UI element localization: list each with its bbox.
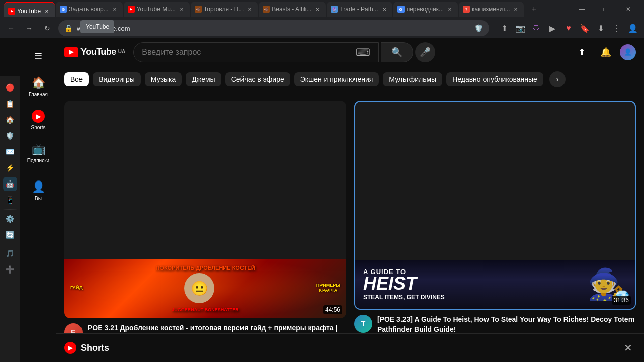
- yt-logo-country: UA: [118, 49, 125, 54]
- yt-header: YouTube UA ⌨ 🔍 🎤: [56, 38, 644, 66]
- ext-icon-ai[interactable]: 🤖: [3, 177, 17, 191]
- filter-all[interactable]: Все: [64, 72, 89, 86]
- tab-perevodchik[interactable]: переводчик... ✕: [393, 2, 458, 17]
- tab-zadanie[interactable]: Задать вопр... ✕: [56, 2, 123, 17]
- sidebar-item-subscriptions[interactable]: 📺 Подписки: [21, 137, 55, 170]
- ext-icon-music[interactable]: 🎵: [3, 246, 17, 260]
- filter-videogames[interactable]: Видеоигры: [93, 72, 141, 86]
- refresh-button[interactable]: ↻: [40, 21, 54, 35]
- heart-icon[interactable]: ♥: [561, 21, 576, 35]
- search-button[interactable]: 🔍: [381, 42, 413, 62]
- tab-close-trade[interactable]: ✕: [380, 5, 388, 13]
- youtube-app: ☰ 🏠 Главная ▶ Shorts 📺 Подписки 👤 Вы: [20, 38, 644, 362]
- filter-cartoons[interactable]: Мультфильмы: [383, 72, 442, 86]
- sidebar-item-subscriptions-label: Подписки: [27, 158, 49, 164]
- filter-recently[interactable]: Недавно опубликованные: [446, 72, 543, 86]
- yt-main: YouTube UA ⌨ 🔍 🎤: [56, 38, 644, 362]
- tab-favicon-torgovlya: [195, 6, 202, 13]
- video-details-heist: [POE 3.23] A Guide To Heist, How To Stea…: [377, 315, 636, 333]
- channel-avatar-travic[interactable]: T: [354, 315, 372, 333]
- address-bar[interactable]: 🔒 www.youtube.com 🛡️: [58, 20, 489, 36]
- sidebar-item-you-label: Вы: [35, 196, 42, 202]
- minimize-button[interactable]: —: [571, 0, 594, 18]
- close-window-button[interactable]: ✕: [617, 0, 640, 18]
- thumb-crafting-ru: КРАФТА: [316, 288, 340, 293]
- ext-icon-history[interactable]: 📋: [3, 97, 17, 111]
- filter-live[interactable]: Сейчас в эфире: [225, 72, 290, 86]
- tab-beasts[interactable]: Beasts - Affili... ✕: [259, 2, 326, 17]
- filter-music[interactable]: Музыка: [145, 72, 182, 86]
- forward-button[interactable]: →: [22, 21, 36, 35]
- maximize-button[interactable]: □: [594, 0, 617, 18]
- upload-button[interactable]: ⬆: [572, 42, 592, 62]
- tab-trade[interactable]: Trade - Path... ✕: [327, 2, 392, 17]
- tab-favicon-trade: [331, 6, 338, 13]
- tab-torgovlya[interactable]: Торговля - П... ✕: [191, 2, 258, 17]
- ext-icon-alarm[interactable]: 🔴: [3, 80, 17, 95]
- tab-label-perevodchik: переводчик...: [407, 6, 444, 13]
- keyboard-icon[interactable]: ⌨: [356, 46, 370, 58]
- tab-close-zadanie[interactable]: ✕: [111, 5, 119, 13]
- ext-icon-home[interactable]: 🏠: [3, 113, 17, 127]
- play-toolbar-icon[interactable]: ▶: [545, 21, 559, 35]
- tab-close-perevodchik[interactable]: ✕: [446, 5, 454, 13]
- yt-sidebar: ☰ 🏠 Главная ▶ Shorts 📺 Подписки 👤 Вы: [20, 38, 56, 362]
- shorts-close-button[interactable]: ✕: [620, 340, 636, 356]
- heist-main-text: HEIST: [363, 276, 445, 292]
- ext-icon-sync[interactable]: 🔄: [3, 228, 17, 242]
- ext-icon-lightning[interactable]: ⚡: [3, 161, 17, 175]
- share-icon[interactable]: ⬆: [497, 21, 511, 35]
- profile-icon[interactable]: 👤: [626, 21, 640, 35]
- ext-icon-add[interactable]: ➕: [3, 262, 17, 277]
- back-button[interactable]: ←: [4, 21, 18, 35]
- tab-close-ytmusic[interactable]: ✕: [178, 5, 186, 13]
- tab-favicon-perevodchik: [397, 6, 405, 13]
- tab-close-torgovlya[interactable]: ✕: [246, 5, 254, 13]
- ext-icon-mobile[interactable]: 📱: [3, 193, 17, 207]
- yt-search-bar[interactable]: ⌨: [133, 42, 379, 62]
- mic-button[interactable]: 🎤: [415, 42, 435, 62]
- subscriptions-icon: 📺: [32, 143, 45, 156]
- ext-icon-settings[interactable]: ⚙️: [3, 212, 17, 226]
- video-card-heist[interactable]: A GUIDE TO HEIST STEAL ITEMS, GET DIVINE…: [354, 101, 636, 333]
- new-tab-button[interactable]: +: [527, 2, 541, 16]
- mic-icon: 🎤: [420, 47, 431, 58]
- video-details-boneshatter: POE 3.21 Дробление костей - итоговая вер…: [88, 323, 346, 333]
- shield-icon: 🛡️: [474, 24, 483, 32]
- filter-gems[interactable]: Джемы: [186, 72, 221, 86]
- bookmark-icon[interactable]: 🔖: [578, 21, 592, 35]
- tab-close-kak-izmenit[interactable]: ✕: [512, 5, 520, 13]
- sidebar-menu-button[interactable]: ☰: [28, 46, 48, 66]
- filter-arrow-button[interactable]: ›: [549, 71, 566, 87]
- toolbar-icons: ⬆ 📷 🛡 ▶ ♥ 🔖 ⬇ ⋮ 👤: [497, 21, 640, 35]
- shield-toolbar-icon[interactable]: 🛡: [529, 21, 543, 35]
- ext-icon-mail[interactable]: ✉️: [3, 145, 17, 159]
- channel-avatar-ergrin[interactable]: E: [64, 323, 83, 333]
- tab-close-youtube[interactable]: ✕: [43, 7, 51, 15]
- sidebar-item-shorts[interactable]: ▶ Shorts: [21, 104, 55, 137]
- tab-close-beasts[interactable]: ✕: [313, 5, 321, 13]
- camera-icon[interactable]: 📷: [513, 21, 527, 35]
- lock-icon: 🔒: [64, 24, 73, 32]
- sidebar-item-home[interactable]: 🏠 Главная: [21, 70, 55, 104]
- thumb-title-ru: ПОКОРИТЕЛЬ ДРОБЛЕНИЕ КОСТЕЙ: [155, 265, 255, 271]
- browser-chrome: YouTube ✕ Задать вопр... ✕ YouTube Mu...…: [0, 0, 644, 38]
- notifications-button[interactable]: 🔔: [596, 42, 616, 62]
- filter-action[interactable]: Экшен и приключения: [294, 72, 379, 86]
- video-duration-heist: 31:36: [612, 296, 631, 305]
- user-avatar[interactable]: 👤: [620, 44, 636, 60]
- search-input[interactable]: [142, 48, 352, 57]
- download-icon[interactable]: ⬇: [594, 21, 608, 35]
- you-icon: 👤: [32, 180, 45, 194]
- tab-kak-izmenit[interactable]: как изменит... ✕: [459, 2, 524, 17]
- tab-yt-music[interactable]: YouTube Mu... ✕: [124, 2, 190, 17]
- extensions-icon[interactable]: ⋮: [610, 21, 624, 35]
- tab-youtube-active[interactable]: YouTube ✕: [4, 2, 55, 17]
- thumb-inner-boneshatter: ПОКОРИТЕЛЬ ДРОБЛЕНИЕ КОСТЕЙ ГАЙД 😐 ПРИМЕ…: [64, 259, 346, 318]
- video-card-boneshatter[interactable]: ПОКОРИТЕЛЬ ДРОБЛЕНИЕ КОСТЕЙ ГАЙД 😐 ПРИМЕ…: [64, 101, 346, 333]
- tab-label-kak-izmenit: как изменит...: [472, 6, 510, 13]
- yt-logo[interactable]: YouTube UA: [64, 47, 125, 57]
- tab-label-ytmusic: YouTube Mu...: [137, 6, 176, 13]
- sidebar-item-you[interactable]: 👤 Вы: [21, 174, 55, 208]
- ext-icon-shield[interactable]: 🛡️: [3, 129, 17, 143]
